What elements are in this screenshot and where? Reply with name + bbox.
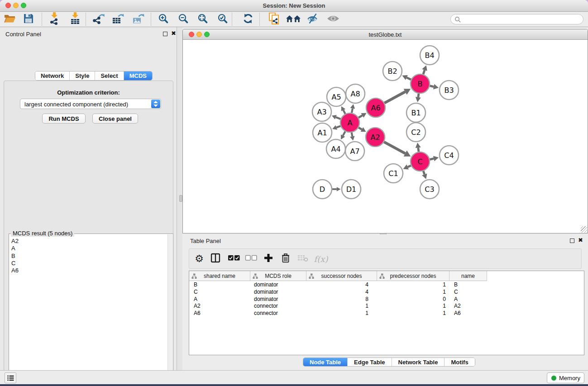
graph-node-B2[interactable]: B2	[383, 62, 402, 81]
home-pages-icon[interactable]	[286, 14, 301, 25]
graph-edge-A-A5[interactable]	[343, 110, 345, 114]
graph-edge-B-B1[interactable]	[418, 94, 419, 97]
select-all-columns-icon[interactable]	[228, 255, 240, 263]
tab-network-table[interactable]: Network Table	[392, 358, 445, 366]
zoom-fit-icon[interactable]	[198, 13, 208, 25]
mcds-result-item[interactable]: A	[10, 245, 19, 252]
export-table-icon[interactable]	[112, 13, 124, 26]
graph-edge-C-C1[interactable]	[408, 166, 411, 167]
graph-node-C3[interactable]: C3	[420, 180, 439, 199]
table-cell[interactable]: 1	[377, 310, 449, 317]
column-header-name[interactable]: name	[449, 271, 487, 281]
zoom-selected-icon[interactable]	[218, 13, 228, 25]
table-row[interactable]: Adominator80A	[189, 295, 584, 303]
open-session-icon[interactable]	[4, 14, 16, 25]
graph-node-C2[interactable]: C2	[406, 123, 425, 142]
graph-node-A2[interactable]: A2	[366, 128, 385, 147]
mcds-result-item[interactable]: C	[10, 260, 19, 267]
export-network-icon[interactable]	[93, 13, 105, 26]
graph-node-A7[interactable]: A7	[345, 142, 364, 161]
table-panel-close-icon[interactable]: ✖	[578, 237, 583, 243]
table-cell[interactable]: dominator	[250, 288, 306, 295]
control-panel-close-icon[interactable]: ✖	[171, 30, 176, 37]
table-cell[interactable]: 1	[377, 302, 449, 310]
table-cell[interactable]: C	[449, 288, 487, 295]
optimization-select[interactable]: largest connected component (directed)	[20, 99, 161, 109]
table-row[interactable]: A6connector11A6	[189, 310, 584, 317]
table-cell[interactable]: B	[189, 281, 250, 288]
delete-column-trash-icon[interactable]	[282, 253, 290, 264]
table-cell[interactable]: 1	[377, 281, 449, 288]
table-cell[interactable]: dominator	[250, 295, 306, 303]
table-cell[interactable]: A	[189, 295, 250, 303]
refresh-layout-icon[interactable]	[243, 13, 253, 26]
tab-node-table[interactable]: Node Table	[303, 358, 348, 366]
import-table-icon[interactable]	[70, 12, 80, 27]
mcds-result-item[interactable]: A6	[10, 267, 19, 274]
table-cell[interactable]: 1	[306, 302, 377, 310]
column-header-successor-nodes[interactable]: successor nodes	[306, 271, 377, 281]
graph-edge-A-A8[interactable]	[352, 109, 353, 113]
import-network-icon[interactable]	[49, 12, 59, 27]
table-cell[interactable]: 1	[306, 310, 377, 317]
table-cell[interactable]: 4	[306, 288, 377, 295]
add-column-plus-icon[interactable]	[264, 253, 273, 264]
tab-edge-table[interactable]: Edge Table	[348, 358, 392, 366]
table-row[interactable]: Bdominator41B	[189, 281, 584, 288]
graph-node-A1[interactable]: A1	[313, 123, 332, 142]
column-panel-icon[interactable]	[211, 253, 220, 264]
table-cell[interactable]: A	[449, 295, 487, 303]
graph-node-B[interactable]: B	[411, 74, 430, 93]
tab-style[interactable]: Style	[70, 71, 95, 80]
table-cell[interactable]: A2	[449, 302, 487, 310]
graph-node-D[interactable]: D	[313, 180, 332, 199]
graph-node-B1[interactable]: B1	[406, 103, 425, 122]
save-session-icon[interactable]	[24, 14, 33, 25]
hide-panels-eye-icon[interactable]	[306, 13, 319, 26]
column-header-predecessor-nodes[interactable]: predecessor nodes	[377, 271, 449, 281]
graph-node-C1[interactable]: C1	[384, 164, 403, 183]
mcds-result-item[interactable]: A2	[10, 238, 19, 245]
table-settings-gear-icon[interactable]: ⚙	[195, 253, 204, 265]
unselect-all-columns-icon[interactable]	[245, 255, 258, 263]
graph-edge-A-A4[interactable]	[343, 131, 345, 135]
graph-node-A4[interactable]: A4	[326, 139, 345, 158]
graph-node-A3[interactable]: A3	[312, 102, 331, 121]
column-header-mcds-role[interactable]: MCDS role	[250, 271, 306, 281]
graph-edge-B-B2[interactable]	[406, 77, 411, 79]
clone-network-icon[interactable]	[268, 12, 279, 26]
tab-network[interactable]: Network	[35, 71, 70, 80]
column-header-shared-name[interactable]: shared name	[189, 271, 250, 281]
graph-node-D1[interactable]: D1	[342, 180, 361, 199]
graph-edge-C-C4[interactable]	[430, 158, 434, 159]
task-history-button[interactable]	[5, 372, 16, 383]
graph-node-A[interactable]: A	[340, 113, 359, 132]
tab-motifs[interactable]: Motifs	[445, 358, 474, 366]
show-eye-icon[interactable]	[326, 14, 340, 25]
table-cell[interactable]: C	[189, 288, 250, 295]
table-cell[interactable]: 0	[377, 295, 449, 303]
network-graph[interactable]: A5A8A3A1A4A7AA6A2BB2B4B3B1CC2C4C1C3DD1	[183, 40, 588, 233]
graph-edge-A6-B[interactable]	[384, 92, 405, 103]
resize-grip-icon[interactable]	[581, 226, 587, 233]
graph-node-A8[interactable]: A8	[346, 84, 365, 103]
control-panel-float-icon[interactable]	[163, 32, 167, 36]
graph-edge-C-C2[interactable]	[418, 148, 419, 152]
graph-edge-A-A1[interactable]	[336, 126, 340, 127]
search-input[interactable]	[463, 15, 580, 23]
graph-edge-A-A2[interactable]	[359, 128, 362, 129]
graph-edge-C-C3[interactable]	[423, 171, 425, 175]
table-cell[interactable]: dominator	[250, 281, 306, 288]
graph-edge-A-A3[interactable]	[336, 117, 341, 119]
table-cell[interactable]: 1	[377, 288, 449, 295]
network-window-titlebar[interactable]: testGlobe.txt	[183, 29, 588, 40]
graph-node-B4[interactable]: B4	[420, 46, 439, 65]
graph-node-B3[interactable]: B3	[440, 81, 459, 100]
graph-node-A5[interactable]: A5	[327, 87, 346, 106]
table-row[interactable]: A2connector11A2	[189, 302, 584, 310]
close-panel-button[interactable]: Close panel	[92, 114, 138, 124]
memory-button[interactable]: Memory	[547, 372, 584, 383]
run-mcds-button[interactable]: Run MCDS	[42, 114, 86, 124]
graph-node-C4[interactable]: C4	[440, 146, 459, 165]
table-cell[interactable]: 4	[306, 281, 377, 288]
